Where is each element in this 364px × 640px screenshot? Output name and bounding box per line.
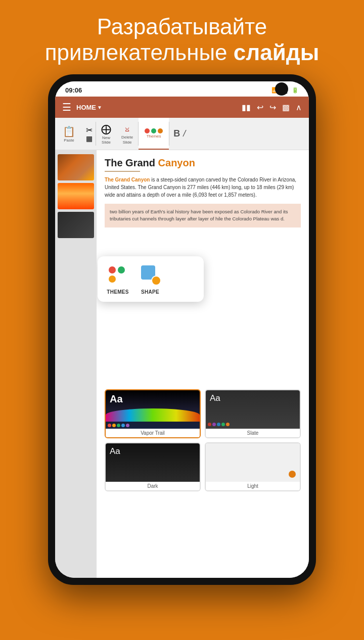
- popup-themes-icon: [107, 263, 129, 286]
- theme-vapor-wave: [106, 408, 200, 422]
- new-slide-icon: ⨁: [101, 123, 111, 135]
- paste-label: Paste: [64, 138, 74, 143]
- slide-description: The Grand Canyon is a steep-sided canyon…: [105, 176, 301, 199]
- themes-dots-icon: [145, 128, 163, 133]
- popup-shape-icon: [139, 263, 161, 286]
- copy-icon: ▦: [86, 134, 93, 143]
- menu-icon[interactable]: ☰: [62, 101, 71, 113]
- redo-icon[interactable]: ↪: [269, 103, 276, 112]
- ribbon-paste[interactable]: 📋 Paste: [55, 118, 83, 150]
- theme-dark-preview: Aa: [106, 443, 200, 482]
- battery-icon: 🔋: [292, 87, 299, 94]
- header-section: Разрабатывайте привлекательные слайды: [0, 0, 364, 74]
- slide-title-highlight: Canyon: [158, 157, 195, 168]
- view-icon[interactable]: ▩: [282, 103, 290, 112]
- ribbon: 📋 Paste ✂ ▦ ⨁ NewSlide ⨲ DeleteSlide: [55, 118, 309, 150]
- content-area: The Grand Canyon The Grand Canyon is a s…: [55, 150, 309, 578]
- bold-button[interactable]: B: [173, 128, 180, 139]
- theme-light-preview: [206, 443, 300, 482]
- new-slide-label: NewSlide: [102, 135, 111, 145]
- slide-thumb-1[interactable]: [58, 154, 94, 180]
- popup-themes-item[interactable]: THEMES: [107, 263, 129, 295]
- theme-vapor-label: Vapor Trail: [106, 429, 200, 437]
- theme-vapor-aa: Aa: [110, 393, 123, 405]
- theme-slate[interactable]: Aa Slate: [205, 389, 301, 438]
- themes-label: Themes: [147, 134, 161, 139]
- dropdown-icon: ▼: [97, 105, 102, 110]
- italic-button[interactable]: /: [183, 128, 186, 139]
- theme-vapor-colors: [108, 424, 129, 427]
- paste-icon: 📋: [63, 125, 75, 138]
- home-label[interactable]: HOME ▼: [76, 104, 102, 111]
- slide-sidebar: [55, 150, 97, 578]
- save-icon[interactable]: ▮▮: [242, 103, 251, 112]
- themes-section: Aa Va: [105, 389, 301, 491]
- ribbon-format: B /: [169, 118, 190, 150]
- theme-slate-aa: Aa: [210, 393, 220, 403]
- slide-main: The Grand Canyon The Grand Canyon is a s…: [97, 150, 309, 578]
- camera-notch: [275, 82, 288, 96]
- theme-dark-aa: Aa: [110, 446, 120, 456]
- popup-shape-item[interactable]: SHAPE: [139, 263, 161, 295]
- slide-title-underline: [105, 171, 140, 172]
- theme-slate-preview: Aa: [206, 390, 300, 429]
- theme-vapor-trail[interactable]: Aa Va: [105, 389, 201, 438]
- slide-title-text: The Grand: [105, 157, 158, 168]
- slide-title-row: The Grand Canyon: [105, 157, 301, 169]
- theme-light-dot: [289, 471, 296, 478]
- slide-thumb-2[interactable]: [58, 183, 94, 209]
- undo-icon[interactable]: ↩: [257, 103, 263, 112]
- phone-screen: 09:06 📶 ▐▌ 🔋 ☰ HOME ▼ ▮▮ ↩ ↪: [55, 81, 309, 578]
- app-toolbar: ☰ HOME ▼ ▮▮ ↩ ↪ ▩ ∧: [55, 97, 309, 118]
- theme-slate-label: Slate: [206, 429, 300, 437]
- ribbon-new-slide[interactable]: ⨁ NewSlide: [96, 118, 116, 150]
- phone-wrapper: 09:06 📶 ▐▌ 🔋 ☰ HOME ▼ ▮▮ ↩ ↪: [0, 74, 364, 590]
- ribbon-cut[interactable]: ✂ ▦: [83, 118, 96, 150]
- theme-light[interactable]: Light: [205, 442, 301, 491]
- slide-thumb-3[interactable]: [58, 212, 94, 238]
- popup-themes-label: THEMES: [107, 289, 128, 295]
- status-bar: 09:06 📶 ▐▌ 🔋: [55, 81, 309, 97]
- themes-grid: Aa Va: [105, 389, 301, 491]
- theme-dark-label: Dark: [106, 482, 200, 490]
- phone-body: 09:06 📶 ▐▌ 🔋 ☰ HOME ▼ ▮▮ ↩ ↪: [48, 74, 316, 585]
- header-text: Разрабатывайте привлекательные слайды: [20, 14, 344, 65]
- slide-desc-highlight: The Grand Canyon: [105, 177, 150, 182]
- cut-icon: ✂: [86, 125, 93, 135]
- ribbon-delete-slide[interactable]: ⨲ DeleteSlide: [116, 118, 138, 150]
- status-time: 09:06: [65, 86, 82, 94]
- slide-box: two billion years of Earth's ical histor…: [105, 204, 301, 227]
- theme-dark[interactable]: Aa Dark: [105, 442, 201, 491]
- theme-slate-colors: [208, 423, 230, 426]
- theme-light-label: Light: [206, 482, 300, 490]
- collapse-icon[interactable]: ∧: [296, 103, 302, 112]
- popup-shape-label: SHAPE: [141, 289, 159, 295]
- delete-slide-icon: ⨲: [125, 123, 130, 134]
- ribbon-themes[interactable]: Themes: [139, 118, 169, 150]
- toolbar-right-icons: ▮▮ ↩ ↪ ▩ ∧: [242, 103, 302, 112]
- theme-vapor-preview: Aa: [106, 390, 200, 429]
- delete-slide-label: DeleteSlide: [121, 135, 133, 145]
- header-bold: слайды: [234, 40, 319, 65]
- popup-menu: THEMES SHAPE: [98, 256, 204, 302]
